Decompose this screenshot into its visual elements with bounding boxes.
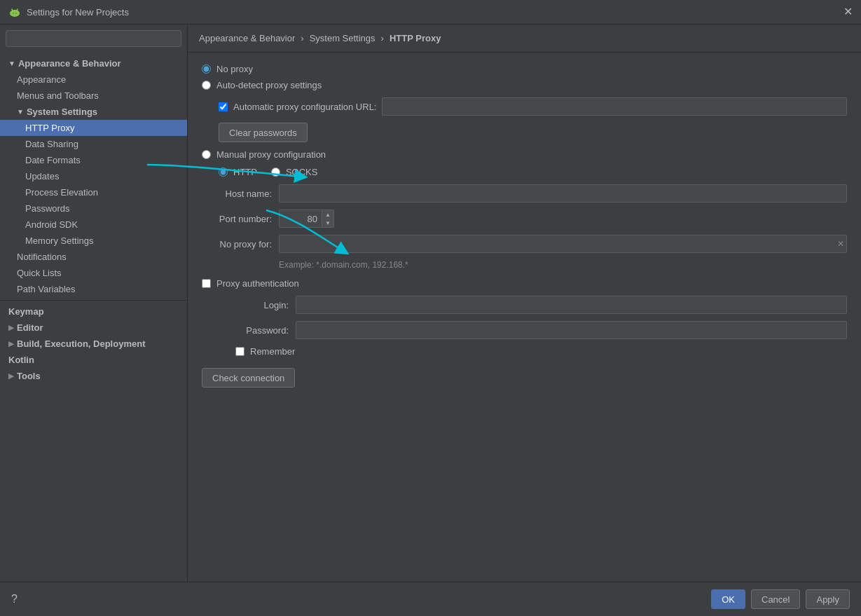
- close-button[interactable]: ✕: [843, 6, 853, 18]
- protocol-type-group: HTTP SOCKS: [202, 167, 847, 177]
- expand-arrow: ▼: [8, 60, 15, 67]
- no-proxy-for-input[interactable]: [279, 235, 847, 253]
- check-connection-button[interactable]: Check connection: [202, 368, 295, 388]
- auto-config-url-row: Automatic proxy configuration URL:: [219, 97, 847, 116]
- auto-config-section: Automatic proxy configuration URL: Clear…: [202, 97, 847, 142]
- no-proxy-for-wrap: ✕: [279, 235, 847, 253]
- help-button[interactable]: ?: [11, 593, 18, 605]
- sidebar-item-build-execution[interactable]: ▶ Build, Execution, Deployment: [0, 336, 187, 352]
- sidebar-item-appearance-behavior[interactable]: ▼ Appearance & Behavior: [0, 55, 187, 71]
- breadcrumb: Appearance & Behavior › System Settings …: [188, 25, 861, 53]
- port-number-input[interactable]: 80: [280, 210, 322, 227]
- apply-button[interactable]: Apply: [806, 589, 850, 609]
- sidebar-item-path-variables[interactable]: Path Variables: [0, 281, 187, 297]
- sidebar-item-keymap[interactable]: Keymap: [0, 303, 187, 320]
- sidebar-item-editor[interactable]: ▶ Editor: [0, 320, 187, 336]
- sidebar-item-http-proxy[interactable]: HTTP Proxy: [0, 120, 187, 136]
- expand-arrow-system: ▼: [17, 108, 24, 116]
- host-name-input[interactable]: [279, 184, 847, 203]
- password-input[interactable]: [296, 321, 847, 339]
- port-spinners: ▲ ▼: [322, 210, 333, 227]
- bottom-bar: ? OK Cancel Apply: [0, 582, 861, 616]
- host-name-label: Host name:: [202, 189, 272, 199]
- proxy-auth-checkbox[interactable]: [202, 279, 211, 288]
- no-proxy-option[interactable]: No proxy: [202, 64, 847, 74]
- sidebar-item-system-settings[interactable]: ▼ System Settings: [0, 104, 187, 120]
- password-label: Password:: [219, 325, 289, 336]
- sidebar-item-menus-toolbars[interactable]: Menus and Toolbars: [0, 88, 187, 104]
- socks-label[interactable]: SOCKS: [286, 167, 318, 177]
- sidebar-item-passwords[interactable]: Passwords: [0, 200, 187, 217]
- sidebar-item-appearance[interactable]: Appearance: [0, 71, 187, 88]
- login-label: Login:: [219, 300, 289, 310]
- socks-protocol-option[interactable]: SOCKS: [271, 167, 318, 177]
- separator-1: [0, 300, 187, 301]
- expand-arrow-editor: ▶: [8, 324, 14, 331]
- sidebar-item-process-elevation[interactable]: Process Elevation: [0, 184, 187, 200]
- expand-arrow-build: ▶: [8, 340, 14, 348]
- no-proxy-for-row: No proxy for: ✕: [202, 235, 847, 253]
- ok-button[interactable]: OK: [711, 589, 745, 609]
- login-input[interactable]: [296, 296, 847, 314]
- dialog-buttons: OK Cancel Apply: [711, 589, 850, 609]
- svg-line-3: [17, 9, 18, 11]
- content-area: Appearance & Behavior › System Settings …: [188, 25, 861, 582]
- port-number-input-wrap: 80 ▲ ▼: [279, 210, 334, 228]
- login-row: Login:: [202, 296, 847, 314]
- proxy-auth-section: Proxy authentication Login: Password:: [202, 278, 847, 357]
- auto-config-label[interactable]: Automatic proxy configuration URL:: [233, 102, 376, 112]
- auto-config-checkbox[interactable]: [219, 102, 228, 111]
- password-row: Password:: [202, 321, 847, 339]
- expand-arrow-tools: ▶: [8, 372, 14, 380]
- no-proxy-for-label: No proxy for:: [202, 239, 272, 249]
- svg-rect-1: [11, 11, 18, 15]
- http-protocol-radio[interactable]: [219, 167, 228, 177]
- search-input[interactable]: [6, 30, 181, 47]
- sidebar: ▼ Appearance & Behavior Appearance Menus…: [0, 25, 188, 582]
- proxy-auth-checkbox-row[interactable]: Proxy authentication: [202, 278, 847, 289]
- host-name-row: Host name:: [202, 184, 847, 203]
- manual-proxy-label[interactable]: Manual proxy configuration: [216, 149, 326, 160]
- sidebar-item-data-sharing[interactable]: Data Sharing: [0, 136, 187, 152]
- cancel-button[interactable]: Cancel: [751, 589, 800, 609]
- sidebar-item-quick-lists[interactable]: Quick Lists: [0, 265, 187, 281]
- sidebar-item-android-sdk[interactable]: Android SDK: [0, 217, 187, 233]
- port-increment-button[interactable]: ▲: [322, 210, 333, 219]
- main-layout: ▼ Appearance & Behavior Appearance Menus…: [0, 25, 861, 582]
- no-proxy-radio[interactable]: [202, 64, 211, 74]
- sidebar-tree: ▼ Appearance & Behavior Appearance Menus…: [0, 53, 187, 387]
- remember-label[interactable]: Remember: [250, 346, 295, 357]
- titlebar-left: Settings for New Projects: [8, 6, 129, 18]
- sidebar-item-notifications[interactable]: Notifications: [0, 249, 187, 265]
- port-number-row: Port number: 80 ▲ ▼: [202, 210, 847, 228]
- auto-detect-label[interactable]: Auto-detect proxy settings: [216, 80, 322, 90]
- title-bar: Settings for New Projects ✕: [0, 0, 861, 25]
- help-button-area: ?: [11, 593, 18, 605]
- clear-passwords-button[interactable]: Clear passwords: [219, 123, 308, 142]
- socks-protocol-radio[interactable]: [271, 167, 280, 177]
- sidebar-item-updates[interactable]: Updates: [0, 168, 187, 184]
- sidebar-item-memory-settings[interactable]: Memory Settings: [0, 233, 187, 249]
- manual-proxy-option[interactable]: Manual proxy configuration: [202, 149, 847, 160]
- sidebar-item-kotlin[interactable]: Kotlin: [0, 352, 187, 368]
- auto-detect-radio[interactable]: [202, 81, 211, 90]
- svg-point-5: [15, 13, 16, 13]
- no-proxy-clear-button[interactable]: ✕: [837, 239, 844, 249]
- svg-point-4: [13, 13, 13, 13]
- svg-line-2: [12, 9, 13, 11]
- port-decrement-button[interactable]: ▼: [322, 219, 333, 227]
- http-protocol-option[interactable]: HTTP: [219, 167, 257, 177]
- proxy-auth-label[interactable]: Proxy authentication: [216, 278, 299, 289]
- auto-config-url-input[interactable]: [382, 97, 847, 116]
- no-proxy-label[interactable]: No proxy: [216, 64, 253, 74]
- settings-panel: No proxy Auto-detect proxy settings Auto…: [188, 53, 861, 582]
- auto-detect-option[interactable]: Auto-detect proxy settings: [202, 80, 847, 90]
- app-window: Settings for New Projects ✕ ▼ Appearance…: [0, 0, 861, 616]
- manual-proxy-radio[interactable]: [202, 150, 211, 159]
- sidebar-item-tools[interactable]: ▶ Tools: [0, 368, 187, 384]
- http-label[interactable]: HTTP: [233, 167, 257, 177]
- sidebar-item-date-formats[interactable]: Date Formats: [0, 152, 187, 168]
- no-proxy-example: Example: *.domain.com, 192.168.*: [279, 260, 847, 270]
- remember-row[interactable]: Remember: [202, 346, 847, 357]
- remember-checkbox[interactable]: [235, 347, 244, 356]
